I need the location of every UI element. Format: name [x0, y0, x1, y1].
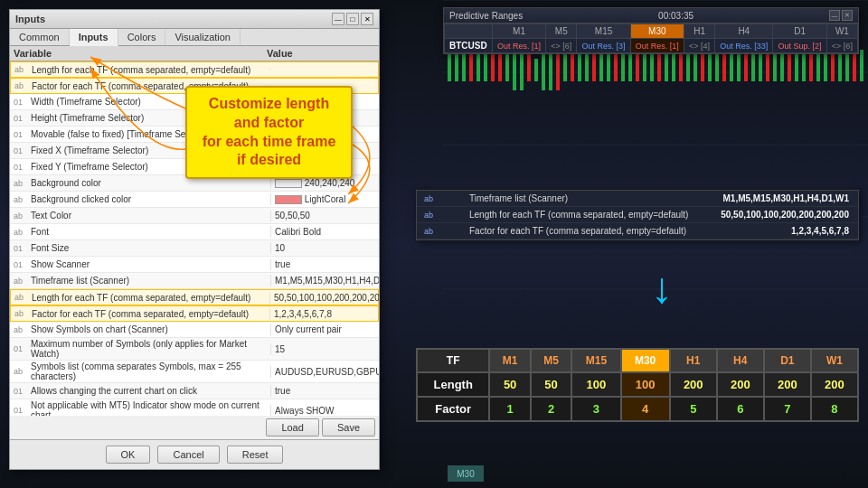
- cell-value: Always SHOW: [270, 405, 379, 417]
- dialog-footer: OK Cancel Reset: [10, 439, 379, 469]
- svg-rect-53: [795, 54, 798, 81]
- type-badge: 01: [14, 163, 28, 172]
- col-value: Value: [267, 48, 375, 59]
- variable-text: Maximum number of Symbols (only applies …: [31, 339, 267, 359]
- reset-button[interactable]: Reset: [227, 446, 284, 464]
- cell-variable: 01Font Size: [10, 242, 270, 254]
- type-badge: 01: [14, 114, 28, 123]
- scanner-info-table: ab Timeframe list (Scanner) M1,M5,M15,M3…: [417, 191, 858, 239]
- variable-text: Font: [31, 227, 49, 237]
- cyan-down-arrow: ↓: [651, 267, 673, 310]
- cell-value: M1,M5,M15,M30,H1,H4,D1,W1: [270, 275, 379, 286]
- result-th-m15: M15: [571, 349, 620, 372]
- result-fac-w1: 8: [811, 397, 858, 421]
- cell-variable: 01Not applicable with MT5) Indicator sho…: [10, 399, 270, 416]
- table-row: abLength for each TF (comma separated, e…: [10, 61, 379, 78]
- table-row: 01Allows changing the current chart on c…: [10, 383, 379, 399]
- result-fac-m30: 4: [621, 397, 670, 421]
- maximize-button[interactable]: □: [346, 13, 359, 25]
- scanner-row-length: ab Length for each TF (comma separated, …: [417, 207, 858, 223]
- variable-text: Not applicable with MT5) Indicator show …: [31, 400, 267, 416]
- tab-colors[interactable]: Colors: [118, 29, 166, 45]
- callout-line1: Customize length: [196, 95, 342, 114]
- type-badge: ab: [14, 367, 28, 376]
- result-label-length: Length: [417, 372, 489, 397]
- scanner-length-value: 50,50,100,100,200,200,200,200: [707, 207, 858, 223]
- cell-variable: abLength for each TF (comma separated, e…: [11, 292, 269, 304]
- table-row: abTimeframe list (Scanner)M1,M5,M15,M30,…: [10, 273, 379, 289]
- svg-rect-42: [715, 54, 719, 81]
- scanner-length-type: ab: [417, 207, 462, 223]
- table-row: abText Color50,50,50: [10, 208, 379, 224]
- variable-text: Text Color: [31, 211, 71, 221]
- table-row: abShow Symbols on chart (Scanner)Only cu…: [10, 322, 379, 338]
- pred-minimize[interactable]: —: [829, 10, 840, 21]
- cancel-button[interactable]: Cancel: [157, 446, 219, 464]
- scanner-factor-value: 1,2,3,4,5,6,7,8: [707, 223, 858, 239]
- pred-col-m15: M15: [577, 24, 630, 39]
- variable-text: Show Scanner: [31, 259, 90, 269]
- variable-text: Fixed Y (Timeframe Selector): [31, 162, 148, 172]
- svg-rect-13: [505, 54, 509, 81]
- table-row: abSymbols list (comma separates Symbols,…: [10, 361, 379, 383]
- type-badge: ab: [14, 179, 28, 188]
- variable-text: Show Symbols on chart (Scanner): [31, 324, 168, 334]
- svg-rect-59: [838, 54, 842, 81]
- minimize-button[interactable]: —: [332, 13, 344, 25]
- svg-rect-16: [527, 50, 531, 81]
- pred-btc-h4: Out Res. [33]: [715, 39, 773, 53]
- scanner-tf-value: M1,M5,M15,M30,H1,H4,D1,W1: [707, 191, 858, 207]
- type-badge: 01: [14, 406, 28, 415]
- pred-col-h4: H4: [715, 24, 773, 39]
- result-th-h4: H4: [717, 349, 764, 372]
- cell-value: true: [270, 385, 379, 397]
- scanner-row-tf: ab Timeframe list (Scanner) M1,M5,M15,M3…: [417, 191, 858, 207]
- close-button[interactable]: ✕: [361, 13, 373, 25]
- result-th-h1: H1: [670, 349, 717, 372]
- result-len-d1: 200: [764, 372, 811, 397]
- cell-variable: 01Allows changing the current chart on c…: [10, 385, 270, 397]
- cell-variable: abLength for each TF (comma separated, e…: [11, 64, 269, 76]
- result-th-m1: M1: [489, 349, 530, 372]
- save-button[interactable]: Save: [322, 418, 375, 436]
- type-badge: ab: [14, 293, 29, 302]
- pred-time: 00:03:35: [658, 11, 693, 21]
- pred-col-m5: M5: [546, 24, 577, 39]
- cell-value: 10: [270, 242, 379, 254]
- tab-visualization[interactable]: Visualization: [165, 29, 241, 45]
- pred-close[interactable]: ✕: [842, 10, 853, 21]
- table-row: 01Font Size10: [10, 240, 379, 257]
- scanner-tf-type: ab: [417, 191, 462, 207]
- svg-rect-57: [824, 50, 827, 81]
- cell-variable: 01Maximum number of Symbols (only applie…: [10, 338, 270, 360]
- dialog-tabs: Common Inputs Colors Visualization: [10, 29, 379, 46]
- result-row-factor: Factor 1 2 3 4 5 6 7 8: [417, 397, 858, 421]
- pred-btc-w1: <> [6]: [826, 39, 857, 53]
- pred-btc-d1: Out Sup. [2]: [773, 39, 826, 53]
- type-badge: ab: [14, 211, 28, 221]
- result-table: TF M1 M5 M15 M30 H1 H4 D1 W1 Length 50 5…: [416, 348, 859, 422]
- ok-button[interactable]: OK: [106, 446, 151, 464]
- result-len-h1: 200: [670, 372, 717, 397]
- scanner-tf-label: Timeframe list (Scanner): [462, 191, 707, 207]
- value-text: 240,240,240: [302, 178, 354, 188]
- pred-col-w1: W1: [826, 24, 857, 39]
- result-table-container: TF M1 M5 M15 M30 H1 H4 D1 W1 Length 50 5…: [416, 348, 859, 422]
- cell-variable: abFactor for each TF (comma separated, e…: [11, 308, 269, 320]
- result-fac-d1: 7: [764, 397, 811, 421]
- scanner-row-factor: ab Factor for each TF (comma separated, …: [417, 223, 858, 239]
- type-badge: ab: [14, 325, 28, 334]
- pred-col-m1: M1: [492, 24, 545, 39]
- tab-common[interactable]: Common: [10, 29, 70, 45]
- load-button[interactable]: Load: [266, 418, 318, 436]
- tab-inputs[interactable]: Inputs: [70, 29, 118, 46]
- pred-btc-m5: <> [6]: [546, 39, 577, 53]
- result-len-h4: 200: [717, 372, 764, 397]
- svg-rect-47: [751, 54, 755, 81]
- result-fac-h1: 5: [670, 397, 717, 421]
- result-fac-m5: 2: [531, 397, 571, 421]
- type-badge: ab: [14, 81, 29, 90]
- cell-value: 50,50,100,100,200,200,200,200: [269, 292, 378, 304]
- scanner-length-label: Length for each TF (comma separated, emp…: [462, 207, 707, 223]
- type-badge: 01: [14, 244, 28, 253]
